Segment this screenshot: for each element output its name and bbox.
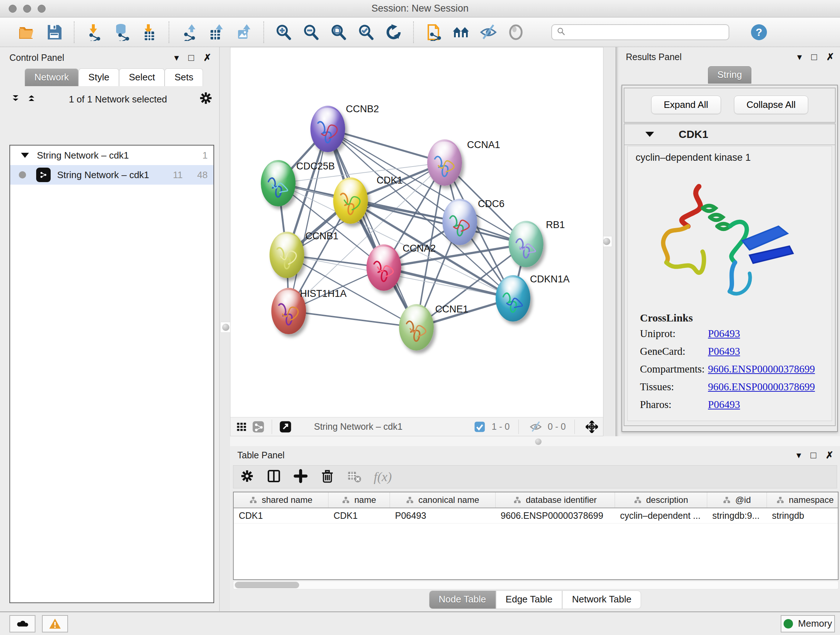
results-close-icon[interactable]: ✗	[826, 51, 834, 63]
first-neighbors-icon[interactable]	[422, 21, 445, 44]
results-float-icon[interactable]: □	[811, 51, 817, 63]
tab-edge-table[interactable]: Edge Table	[496, 591, 562, 609]
column-header-namespace[interactable]: namespace	[767, 492, 838, 508]
node-RB1[interactable]	[508, 221, 543, 267]
cloud-service-button[interactable]	[9, 615, 35, 632]
node-label-CCNB2: CCNB2	[346, 103, 379, 115]
import-table-file-icon[interactable]	[137, 21, 161, 44]
crosslink-link[interactable]: P06493	[708, 328, 740, 340]
node-CDKN1A[interactable]	[496, 275, 531, 321]
table-menu-icon[interactable]: ▾	[796, 450, 801, 461]
right-splitter[interactable]	[616, 47, 618, 436]
horizontal-splitter[interactable]	[230, 436, 840, 446]
expand-all-networks-icon[interactable]: g fill="none" stroke="#222" stroke-width…	[26, 92, 37, 107]
network-canvas[interactable]: CCNB2 CCNA1 CDC25B CDK1 CDC6 RB1 CCNB1 C…	[231, 48, 604, 417]
table-cell[interactable]: CDK1	[234, 508, 328, 523]
table-cell[interactable]: CDK1	[328, 508, 390, 523]
crosslink-row: Uniprot: P06493	[640, 328, 832, 340]
import-network-file-icon[interactable]	[82, 21, 106, 44]
column-header-description[interactable]: description	[615, 492, 707, 508]
table-cell[interactable]: stringdb	[767, 508, 838, 523]
node-CCNB1[interactable]	[270, 232, 304, 278]
crosslink-link[interactable]: 9606.ENSP00000378699	[708, 381, 815, 393]
fit-content-crosshair-icon[interactable]	[584, 420, 600, 434]
search-input[interactable]	[566, 27, 722, 37]
expand-all-button[interactable]: Expand All	[651, 96, 721, 114]
column-header-shared-name[interactable]: shared name	[234, 492, 328, 508]
collapse-all-button[interactable]: Collapse All	[734, 96, 808, 114]
panel-close-icon[interactable]: ✗	[203, 52, 211, 63]
birds-eye-view-icon[interactable]	[233, 420, 250, 434]
add-column-icon[interactable]	[294, 469, 308, 485]
node-CCNA1[interactable]	[427, 139, 462, 186]
gene-expander-icon[interactable]	[645, 132, 654, 137]
export-network-icon[interactable]	[177, 21, 201, 44]
tab-sets[interactable]: Sets	[164, 68, 203, 86]
show-columns-icon[interactable]	[267, 469, 281, 485]
column-header-database-identifier[interactable]: database identifier	[496, 492, 615, 508]
open-session-icon[interactable]	[15, 21, 38, 44]
hide-selected-icon[interactable]	[477, 21, 500, 44]
table-horizontal-scrollbar[interactable]	[233, 581, 838, 589]
save-session-icon[interactable]	[43, 21, 66, 44]
edge-CCNB2-CCNA1[interactable]	[328, 129, 445, 163]
node-CCNE1[interactable]	[399, 304, 434, 350]
node-CCNB2[interactable]	[310, 106, 345, 152]
detach-view-icon[interactable]	[277, 420, 294, 434]
export-image-icon[interactable]	[232, 21, 256, 44]
tab-select[interactable]: Select	[119, 68, 164, 86]
zoom-in-icon[interactable]	[272, 21, 295, 44]
zoom-fit-icon[interactable]	[327, 21, 350, 44]
column-header-@id[interactable]: @id	[707, 492, 767, 508]
crosslink-link[interactable]: P06493	[708, 345, 740, 357]
node-table[interactable]: shared namenamecanonical namedatabase id…	[233, 492, 838, 580]
edge-HIST1H1A-CCNE1[interactable]	[289, 311, 416, 327]
collection-expander-icon[interactable]	[21, 153, 29, 158]
zoom-selected-icon[interactable]	[355, 21, 378, 44]
export-table-icon[interactable]	[205, 21, 228, 44]
collapse-all-networks-icon[interactable]: g fill="none" stroke="#9a9a9a" stroke-wi…	[10, 92, 21, 107]
crosslink-link[interactable]: 9606.ENSP00000378699	[708, 363, 815, 375]
table-row[interactable]: CDK1CDK1P064939606.ENSP00000378699cyclin…	[234, 508, 838, 524]
delete-column-trash-icon[interactable]	[320, 469, 335, 485]
scrollbar-thumb[interactable]	[235, 582, 299, 588]
network-row[interactable]: String Network – cdk1 11 48	[10, 165, 213, 185]
table-cell[interactable]: P06493	[390, 508, 496, 523]
tab-node-table[interactable]: Node Table	[429, 591, 496, 609]
panel-float-icon[interactable]: □	[188, 52, 194, 63]
table-close-icon[interactable]: ✗	[826, 450, 834, 461]
refresh-layout-icon[interactable]	[382, 21, 405, 44]
column-header-name[interactable]: name	[328, 492, 390, 508]
gene-entry-header[interactable]: CDK1	[624, 124, 835, 145]
tab-style[interactable]: Style	[79, 68, 119, 86]
table-settings-gear-icon[interactable]	[240, 469, 254, 485]
table-cell[interactable]: cyclin–dependent ...	[615, 508, 707, 523]
node-CCNA2[interactable]	[366, 244, 401, 291]
panel-menu-icon[interactable]: ▾	[174, 52, 179, 63]
table-float-icon[interactable]: □	[810, 450, 816, 461]
network-options-gear-icon[interactable]	[199, 91, 213, 108]
edge-CCNB2-HIST1H1A[interactable]	[289, 129, 328, 311]
network-collection-row[interactable]: String Network – cdk1 1	[10, 146, 213, 165]
help-button[interactable]: ?	[747, 21, 771, 44]
home-string-icon[interactable]	[449, 21, 472, 44]
table-cell[interactable]: 9606.ENSP00000378699	[496, 508, 615, 523]
crosslink-link[interactable]: P06493	[708, 399, 740, 410]
warnings-button[interactable]	[42, 615, 68, 632]
tab-network[interactable]: Network	[25, 68, 79, 86]
memory-button[interactable]: Memory	[781, 615, 835, 632]
table-cell[interactable]: stringdb:9...	[707, 508, 767, 523]
zoom-out-icon[interactable]	[300, 21, 323, 44]
show-all-icon[interactable]	[504, 21, 527, 44]
search-box[interactable]	[551, 24, 729, 40]
node-CDC6[interactable]	[442, 199, 477, 245]
import-network-database-icon[interactable]	[110, 21, 133, 44]
tab-network-table[interactable]: Network Table	[562, 591, 641, 609]
node-CDK1[interactable]	[333, 177, 368, 224]
tab-string[interactable]: String	[708, 66, 752, 84]
column-header-canonical-name[interactable]: canonical name	[390, 492, 496, 508]
results-menu-icon[interactable]: ▾	[797, 51, 802, 63]
edge-CCNA2-CDKN1A[interactable]	[384, 268, 513, 298]
left-splitter-handle[interactable]	[220, 322, 231, 333]
node-CDC25B[interactable]	[261, 160, 295, 206]
